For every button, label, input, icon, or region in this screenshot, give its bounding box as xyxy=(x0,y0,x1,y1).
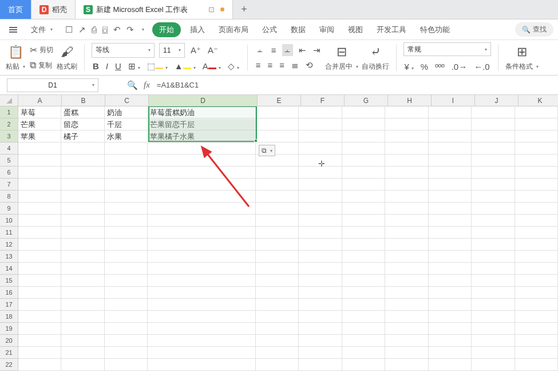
zoom-formula-icon[interactable]: 🔍 xyxy=(127,80,138,90)
cell-G6[interactable] xyxy=(342,167,385,179)
row-header-10[interactable]: 10 xyxy=(0,215,18,227)
cell-K12[interactable] xyxy=(515,239,558,251)
cell-H16[interactable] xyxy=(385,287,428,299)
align-bottom-icon[interactable]: ⫠ xyxy=(282,44,293,56)
cell-H3[interactable] xyxy=(385,130,428,142)
cell-K13[interactable] xyxy=(515,251,558,263)
cell-D22[interactable] xyxy=(148,359,256,371)
cell-A17[interactable] xyxy=(18,299,61,311)
cell-H9[interactable] xyxy=(385,203,428,215)
cell-C22[interactable] xyxy=(105,359,148,371)
number-format-select[interactable]: 常规▾ xyxy=(403,42,491,56)
cell-F11[interactable] xyxy=(299,227,342,239)
cell-G10[interactable] xyxy=(342,215,385,227)
cell-I6[interactable] xyxy=(429,167,472,179)
cell-B6[interactable] xyxy=(61,167,104,179)
cell-A1[interactable]: 草莓 xyxy=(18,106,61,118)
cell-F19[interactable] xyxy=(299,323,342,335)
cell-C7[interactable] xyxy=(105,179,148,191)
row-header-21[interactable]: 21 xyxy=(0,347,18,359)
row-header-8[interactable]: 8 xyxy=(0,191,18,203)
formula-input[interactable] xyxy=(150,78,558,92)
cell-F8[interactable] xyxy=(299,191,342,203)
cell-K17[interactable] xyxy=(515,299,558,311)
cell-C13[interactable] xyxy=(105,251,148,263)
cell-I13[interactable] xyxy=(429,251,472,263)
search-button[interactable]: 🔍 查找 xyxy=(515,22,553,37)
ribbon-tab-formula[interactable]: 公式 xyxy=(258,22,282,37)
align-right-icon[interactable]: ≡ xyxy=(278,59,286,71)
cell-A6[interactable] xyxy=(18,167,61,179)
cell-H19[interactable] xyxy=(385,323,428,335)
cell-I1[interactable] xyxy=(429,106,472,118)
column-header-G[interactable]: G xyxy=(345,95,388,106)
decrease-indent-icon[interactable]: ⇤ xyxy=(298,44,307,57)
cell-J20[interactable] xyxy=(472,335,515,347)
cell-A10[interactable] xyxy=(18,215,61,227)
cell-H15[interactable] xyxy=(385,275,428,287)
row-header-13[interactable]: 13 xyxy=(0,251,18,263)
cell-E7[interactable] xyxy=(256,179,299,191)
tab-home[interactable]: 首页 xyxy=(0,0,31,19)
cell-D7[interactable] xyxy=(148,179,256,191)
cell-J5[interactable] xyxy=(472,155,515,167)
cell-G18[interactable] xyxy=(342,311,385,323)
cell-B20[interactable] xyxy=(61,335,104,347)
cell-G21[interactable] xyxy=(342,347,385,359)
cell-I11[interactable] xyxy=(429,227,472,239)
cell-F3[interactable] xyxy=(299,130,342,142)
cell-G22[interactable] xyxy=(342,359,385,371)
cell-E22[interactable] xyxy=(256,359,299,371)
cell-H6[interactable] xyxy=(385,167,428,179)
cell-F17[interactable] xyxy=(299,299,342,311)
cell-A16[interactable] xyxy=(18,287,61,299)
cell-A7[interactable] xyxy=(18,179,61,191)
underline-icon[interactable]: U xyxy=(114,60,122,72)
cell-H22[interactable] xyxy=(385,359,428,371)
print-icon[interactable]: ⎙ xyxy=(92,25,97,34)
qat-more-icon[interactable]: ▾ xyxy=(142,27,144,32)
cell-E3[interactable] xyxy=(256,130,299,142)
cell-C8[interactable] xyxy=(105,191,148,203)
cell-F7[interactable] xyxy=(299,179,342,191)
column-header-C[interactable]: C xyxy=(105,95,149,106)
cell-I20[interactable] xyxy=(429,335,472,347)
column-header-E[interactable]: E xyxy=(258,95,301,106)
cell-B21[interactable] xyxy=(61,347,104,359)
wrap-text-button[interactable]: ⤶ 自动换行 xyxy=(362,43,389,72)
cell-E20[interactable] xyxy=(256,335,299,347)
cell-J15[interactable] xyxy=(472,275,515,287)
cell-I8[interactable] xyxy=(429,191,472,203)
percent-icon[interactable]: % xyxy=(420,61,429,73)
cell-F4[interactable] xyxy=(299,142,342,155)
cell-C21[interactable] xyxy=(105,347,148,359)
cell-F12[interactable] xyxy=(299,239,342,251)
cell-E16[interactable] xyxy=(256,287,299,299)
cell-K11[interactable] xyxy=(515,227,558,239)
cell-K9[interactable] xyxy=(515,203,558,215)
tab-workbook[interactable]: S 新建 Microsoft Excel 工作表 ⊡ xyxy=(76,0,233,19)
cell-H4[interactable] xyxy=(385,142,428,155)
cell-I15[interactable] xyxy=(429,275,472,287)
cell-E19[interactable] xyxy=(256,323,299,335)
cell-B16[interactable] xyxy=(61,287,104,299)
cell-I22[interactable] xyxy=(429,359,472,371)
cell-C4[interactable] xyxy=(105,142,148,155)
row-header-3[interactable]: 3 xyxy=(0,130,18,142)
cell-G13[interactable] xyxy=(342,251,385,263)
cell-D9[interactable] xyxy=(148,203,256,215)
justify-icon[interactable]: ≣ xyxy=(290,59,300,72)
cell-K16[interactable] xyxy=(515,287,558,299)
cell-D1[interactable]: 草莓蛋糕奶油 xyxy=(148,106,256,118)
cell-I16[interactable] xyxy=(429,287,472,299)
cell-E14[interactable] xyxy=(256,263,299,275)
copy-button[interactable]: ⧉复制 xyxy=(29,59,53,72)
cell-J6[interactable] xyxy=(472,167,515,179)
cell-I2[interactable] xyxy=(429,118,472,130)
cell-F10[interactable] xyxy=(299,215,342,227)
cell-B9[interactable] xyxy=(61,203,104,215)
cell-B22[interactable] xyxy=(61,359,104,371)
cell-G8[interactable] xyxy=(342,191,385,203)
cell-J3[interactable] xyxy=(472,130,515,142)
cell-E6[interactable] xyxy=(256,167,299,179)
